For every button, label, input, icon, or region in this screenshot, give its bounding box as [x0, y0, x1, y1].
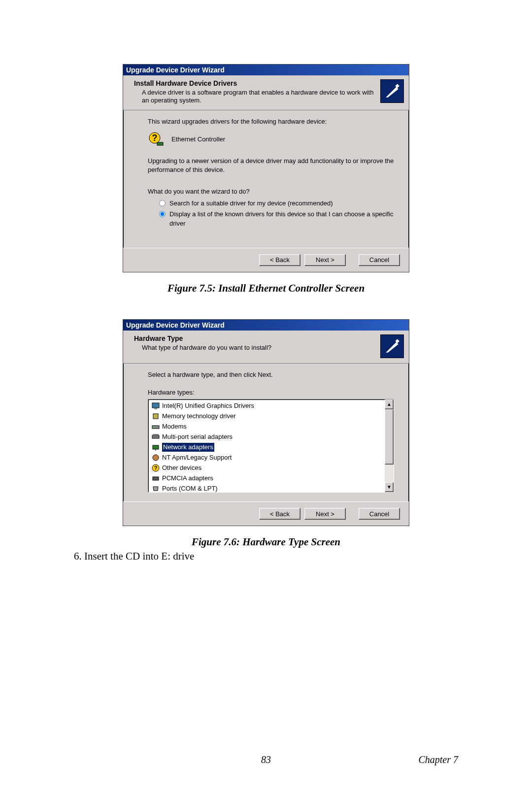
svg-text:?: ? [152, 133, 158, 143]
dialog-body: This wizard upgrades drivers for the fol… [123, 110, 409, 248]
modem-icon [151, 423, 160, 431]
wizard-dialog-2: Upgrade Device Driver Wizard Hardware Ty… [123, 319, 409, 526]
header-title: Hardware Type [134, 334, 375, 342]
chapter-label: Chapter 7 [418, 754, 458, 765]
title-bar: Upgrade Device Driver Wizard [123, 320, 409, 331]
back-button[interactable]: < Back [259, 508, 300, 520]
svg-text:?: ? [154, 465, 158, 471]
figure-caption-2: Figure 7.6: Hardware Type Screen [74, 536, 458, 548]
upgrade-explain: Upgrading to a newer version of a device… [148, 157, 394, 174]
cancel-button[interactable]: Cancel [359, 254, 400, 266]
radio-search-input[interactable] [159, 200, 166, 206]
window-title: Upgrade Device Driver Wizard [126, 321, 225, 329]
port-icon [151, 485, 160, 493]
window-title: Upgrade Device Driver Wizard [126, 66, 225, 74]
list-item-label: Multi-port serial adapters [162, 432, 233, 441]
wizard-icon [380, 334, 404, 358]
dialog-body: Select a hardware type, and then click N… [123, 364, 409, 501]
list-item[interactable]: Modems [150, 421, 384, 432]
scroll-track[interactable] [385, 409, 394, 482]
question-device-icon: ? [148, 131, 165, 148]
list-item-label: Ports (COM & LPT) [162, 484, 218, 493]
list-item-label: Intel(R) Unified Graphics Drivers [162, 401, 254, 410]
svg-point-12 [153, 455, 159, 461]
list-item[interactable]: Intel(R) Unified Graphics Drivers [150, 400, 384, 411]
button-bar: < Back Next > Cancel [123, 501, 409, 526]
pcmcia-icon [151, 474, 160, 482]
radio-display-list-input[interactable] [159, 211, 166, 217]
list-item[interactable]: Network adapters [150, 442, 384, 452]
list-item-label: PCMCIA adapters [162, 474, 213, 483]
list-item[interactable]: Multi-port serial adapters [150, 432, 384, 442]
wizard-icon [380, 79, 404, 103]
list-item[interactable]: PCMCIA adapters [150, 473, 384, 483]
list-item[interactable]: Memory technology driver [150, 411, 384, 421]
device-name: Ethernet Controller [171, 135, 225, 144]
scroll-up-button[interactable]: ▲ [385, 399, 394, 409]
network-icon [151, 443, 160, 451]
radio-search-label: Search for a suitable driver for my devi… [169, 199, 394, 208]
page-footer: 83 Chapter 7 [0, 754, 532, 765]
radio-display-list-label: Display a list of the known drivers for … [169, 210, 394, 228]
cancel-button[interactable]: Cancel [359, 508, 400, 520]
intro-text: This wizard upgrades drivers for the fol… [148, 117, 394, 126]
list-item[interactable]: ?Other devices [150, 463, 384, 473]
list-item[interactable]: Ports (COM & LPT) [150, 483, 384, 493]
next-button[interactable]: Next > [304, 254, 346, 266]
svg-rect-2 [157, 142, 163, 145]
svg-rect-15 [153, 477, 159, 480]
serial-icon [151, 433, 160, 441]
svg-rect-3 [152, 403, 159, 408]
instruction-text: Select a hardware type, and then click N… [148, 370, 394, 379]
question-icon: ? [151, 464, 160, 472]
list-label: Hardware types: [148, 388, 394, 397]
prompt-text: What do you want the wizard to do? [148, 187, 394, 196]
header-subtitle: What type of hardware do you want to ins… [142, 344, 375, 352]
title-bar: Upgrade Device Driver Wizard [123, 65, 409, 75]
svg-rect-10 [153, 445, 159, 449]
button-bar: < Back Next > Cancel [123, 248, 409, 272]
back-button[interactable]: < Back [259, 254, 300, 266]
monitor-icon [151, 402, 160, 410]
svg-rect-5 [153, 414, 158, 419]
list-item-label: Other devices [162, 464, 201, 472]
svg-rect-8 [152, 435, 159, 438]
hardware-types-listbox[interactable]: Intel(R) Unified Graphics DriversMemory … [148, 399, 394, 493]
list-item-label: Modems [162, 422, 187, 431]
scroll-down-button[interactable]: ▼ [385, 482, 394, 492]
next-button[interactable]: Next > [304, 508, 346, 520]
radio-display-list[interactable]: Display a list of the known drivers for … [157, 210, 394, 228]
list-item-label: NT Apm/Legacy Support [162, 453, 232, 462]
svg-point-7 [153, 427, 154, 428]
page-number: 83 [261, 754, 271, 765]
radio-search[interactable]: Search for a suitable driver for my devi… [157, 199, 394, 208]
scrollbar[interactable]: ▲ ▼ [385, 399, 394, 492]
device-row: ? Ethernet Controller [148, 131, 394, 148]
chip-icon [151, 412, 160, 420]
list-item[interactable]: NT Apm/Legacy Support [150, 452, 384, 463]
list-item-label: Network adapters [162, 443, 214, 452]
figure-caption-1: Figure 7.5: Install Ethernet Controller … [74, 282, 458, 295]
dialog-header: Install Hardware Device Drivers A device… [123, 75, 409, 110]
header-subtitle: A device driver is a software program th… [142, 89, 375, 105]
list-item-label: Memory technology driver [162, 412, 236, 421]
dialog-header: Hardware Type What type of hardware do y… [123, 331, 409, 364]
svg-rect-4 [154, 408, 157, 409]
header-title: Install Hardware Device Drivers [134, 79, 375, 87]
wizard-dialog-1: Upgrade Device Driver Wizard Install Har… [123, 64, 409, 272]
document-page: Upgrade Device Driver Wizard Install Har… [0, 0, 532, 797]
step-6-text: 6. Insert the CD into E: drive [74, 550, 458, 563]
legacy-icon [151, 454, 160, 462]
scroll-thumb[interactable] [385, 409, 394, 465]
